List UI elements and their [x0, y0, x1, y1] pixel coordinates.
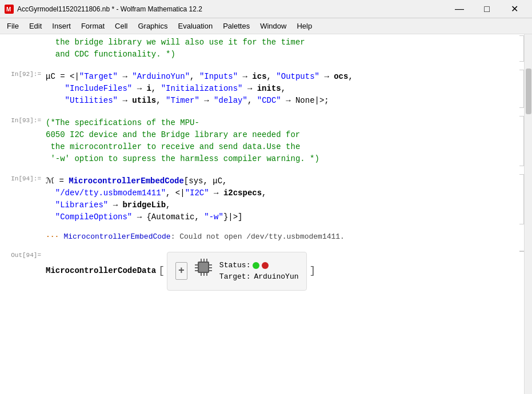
cell-bracket-in93[interactable]: [519, 116, 524, 166]
svg-rect-5: [195, 267, 198, 268]
status-card: +: [167, 252, 307, 291]
menu-insert[interactable]: Insert: [47, 21, 75, 31]
app-icon: M: [5, 5, 14, 14]
svg-rect-3: [199, 263, 208, 272]
cell-content-in92[interactable]: μC = <|"Target" → "ArduinoYun", "Inputs"…: [46, 69, 519, 109]
notebook[interactable]: the bridge library we will also use it f…: [0, 34, 524, 394]
status-dot-green: [253, 262, 259, 269]
menu-graphics[interactable]: Graphics: [133, 21, 172, 31]
cell-label-out94: Out[94]=: [0, 250, 46, 260]
menu-evaluation[interactable]: Evaluation: [173, 21, 217, 31]
maximize-button[interactable]: □: [474, 0, 500, 18]
in93-code: (*The specifications of the MPU- 6050 I2…: [46, 117, 515, 165]
error-link[interactable]: MicrocontrollerEmbedCode: [63, 231, 170, 243]
cell-label-error: [0, 226, 46, 247]
chip-icon: [193, 257, 214, 286]
svg-rect-9: [209, 270, 212, 271]
cell-bracket-in92[interactable]: [519, 70, 524, 108]
cell-content-comment1: the bridge library we will also use it f…: [46, 34, 519, 63]
window-title: AccGyrmodel11520211806.nb * - Wolfram Ma…: [17, 5, 446, 13]
cell-content-error: ··· MicrocontrollerEmbedCode : Could not…: [46, 226, 519, 247]
status-card-plus-button[interactable]: +: [175, 262, 187, 280]
in92-code: μC = <|"Target" → "ArduinoYun", "Inputs"…: [46, 71, 515, 107]
cell-bracket-error: [519, 227, 524, 246]
svg-rect-15: [206, 273, 207, 276]
cell-comment1: the bridge library we will also use it f…: [0, 34, 524, 63]
out94-code: MicrocontrollerCodeData: [46, 265, 156, 277]
out94-row: MicrocontrollerCodeData [ +: [46, 252, 515, 291]
comment1-text: the bridge library we will also use it f…: [46, 37, 515, 61]
target-label: Target:: [219, 271, 251, 283]
error-line: ··· MicrocontrollerEmbedCode : Could not…: [46, 228, 515, 245]
cell-bracket-in94[interactable]: [519, 174, 524, 224]
menu-cell[interactable]: Cell: [110, 21, 132, 31]
cell-label-in92: In[92]:=: [0, 69, 46, 109]
cell-out94: Out[94]= MicrocontrollerCodeData [ +: [0, 250, 524, 293]
cell-content-out94: MicrocontrollerCodeData [ +: [46, 250, 519, 293]
status-label: Status:: [219, 260, 251, 271]
menu-palettes[interactable]: Palettes: [218, 21, 254, 31]
cell-error: ··· MicrocontrollerEmbedCode : Could not…: [0, 226, 524, 247]
svg-rect-13: [201, 273, 202, 276]
scrollbar[interactable]: [524, 34, 532, 394]
cell-content-in93[interactable]: (*The specifications of the MPU- 6050 I2…: [46, 115, 519, 167]
error-message: : Could not open /dev/tty.usbmodem1411.: [171, 231, 345, 243]
content-area: the bridge library we will also use it f…: [0, 34, 532, 394]
status-row: Status:: [219, 260, 299, 271]
error-dots: ···: [46, 231, 59, 243]
cell-label-empty1: [0, 34, 46, 63]
cell-label-in93: In[93]:=: [0, 115, 46, 167]
status-dot-red: [262, 262, 269, 269]
bracket-right: ]: [309, 263, 315, 279]
target-value: ArduinoYun: [254, 271, 298, 283]
scrollbar-thumb[interactable]: [526, 69, 531, 114]
close-button[interactable]: ✕: [501, 0, 527, 18]
menu-bar: File Edit Insert Format Cell Graphics Ev…: [0, 18, 532, 34]
svg-rect-14: [203, 273, 205, 276]
window-controls: — □ ✕: [446, 0, 527, 18]
target-row: Target: ArduinoYun: [219, 271, 299, 283]
svg-rect-6: [195, 270, 198, 271]
cell-label-in94: In[94]:=: [0, 173, 46, 226]
svg-rect-8: [209, 267, 212, 268]
title-bar: M AccGyrmodel11520211806.nb * - Wolfram …: [0, 0, 532, 18]
menu-help[interactable]: Help: [292, 21, 317, 31]
menu-file[interactable]: File: [2, 21, 23, 31]
svg-rect-7: [209, 264, 212, 266]
cell-in94: In[94]:= ℳ = MicrocontrollerEmbedCode[sy…: [0, 173, 524, 226]
cell-content-in94[interactable]: ℳ = MicrocontrollerEmbedCode[sys, μC, "/…: [46, 173, 519, 226]
bracket-left: [: [158, 263, 165, 279]
in94-code: ℳ = MicrocontrollerEmbedCode[sys, μC, "/…: [46, 175, 515, 223]
minimize-button[interactable]: —: [446, 0, 473, 18]
cell-in93: In[93]:= (*The specifications of the MPU…: [0, 115, 524, 167]
svg-rect-11: [203, 259, 205, 262]
menu-window[interactable]: Window: [255, 21, 291, 31]
menu-edit[interactable]: Edit: [25, 21, 46, 31]
status-card-info: Status: Target: ArduinoYun: [219, 260, 299, 282]
svg-rect-12: [206, 259, 207, 262]
svg-rect-10: [201, 259, 202, 262]
svg-rect-4: [195, 264, 198, 266]
cell-bracket-out94[interactable]: [519, 251, 524, 252]
cell-bracket1[interactable]: [519, 35, 524, 62]
menu-format[interactable]: Format: [77, 21, 109, 31]
svg-text:M: M: [6, 6, 11, 13]
cell-in92: In[92]:= μC = <|"Target" → "ArduinoYun",…: [0, 69, 524, 109]
